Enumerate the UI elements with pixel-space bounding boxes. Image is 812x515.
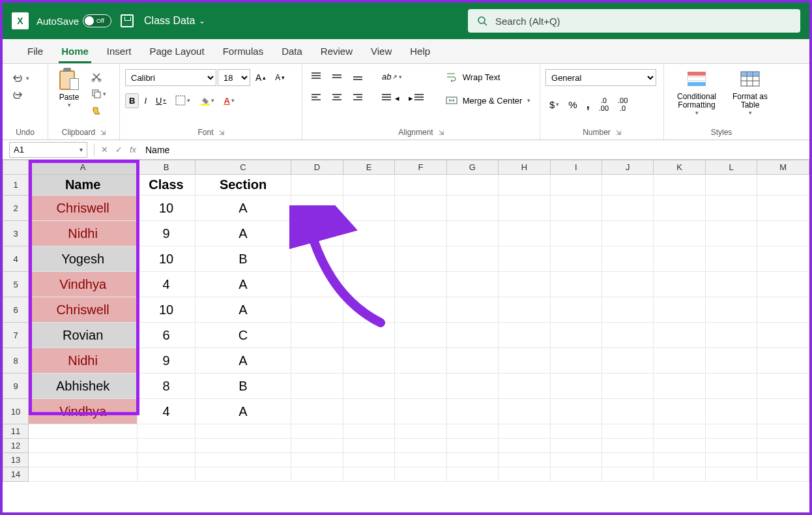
cell-M9[interactable] xyxy=(757,374,809,399)
cell-M3[interactable] xyxy=(757,221,809,246)
cell-M8[interactable] xyxy=(757,348,809,374)
cell-J6[interactable] xyxy=(602,297,654,323)
cell-A3[interactable]: Nidhi xyxy=(29,221,138,246)
row-header-14[interactable]: 14 xyxy=(3,467,29,482)
cell-H7[interactable] xyxy=(499,323,551,348)
cell-B5[interactable]: 4 xyxy=(138,272,196,297)
cell-I10[interactable] xyxy=(550,399,602,424)
cell-K14[interactable] xyxy=(654,467,705,482)
cell-E5[interactable] xyxy=(343,272,394,297)
cell-I1[interactable] xyxy=(550,175,602,196)
number-format-select[interactable]: General xyxy=(545,69,656,86)
cell-I8[interactable] xyxy=(550,348,602,374)
cell-C12[interactable] xyxy=(195,439,291,453)
cell-D13[interactable] xyxy=(291,453,343,467)
cell-L9[interactable] xyxy=(705,374,757,399)
wrap-text-button[interactable]: Wrap Text xyxy=(442,69,534,85)
font-color-button[interactable]: A▾ xyxy=(220,93,238,108)
cell-A6[interactable]: Chriswell xyxy=(29,297,138,323)
cell-M14[interactable] xyxy=(757,467,809,482)
cell-H10[interactable] xyxy=(499,399,551,424)
font-launcher[interactable]: ⇲ xyxy=(219,129,224,136)
copy-button[interactable]: ▾ xyxy=(87,86,110,102)
cell-J7[interactable] xyxy=(602,323,654,348)
cell-L7[interactable] xyxy=(705,323,757,348)
col-header-K[interactable]: K xyxy=(654,160,705,175)
cell-D2[interactable] xyxy=(291,196,343,221)
cell-F2[interactable] xyxy=(395,196,446,221)
search-box[interactable]: Search (Alt+Q) xyxy=(468,9,800,33)
percent-button[interactable]: % xyxy=(564,96,581,113)
row-header-10[interactable]: 10 xyxy=(3,399,29,424)
cell-H11[interactable] xyxy=(499,424,551,439)
cell-B3[interactable]: 9 xyxy=(138,221,196,246)
cell-C4[interactable]: B xyxy=(195,246,291,272)
cell-H4[interactable] xyxy=(499,246,551,272)
cell-M7[interactable] xyxy=(757,323,809,348)
align-center-button[interactable] xyxy=(328,91,348,106)
cell-J3[interactable] xyxy=(602,221,654,246)
row-header-13[interactable]: 13 xyxy=(3,453,29,467)
col-header-M[interactable]: M xyxy=(757,160,809,175)
formula-input[interactable] xyxy=(140,142,809,158)
cell-H12[interactable] xyxy=(499,439,551,453)
cancel-formula-button[interactable]: ✕ xyxy=(97,145,111,154)
cell-M1[interactable] xyxy=(757,175,809,196)
cell-L6[interactable] xyxy=(705,297,757,323)
cell-I11[interactable] xyxy=(550,424,602,439)
cell-J1[interactable] xyxy=(602,175,654,196)
cell-I4[interactable] xyxy=(550,246,602,272)
cell-D4[interactable] xyxy=(291,246,343,272)
cell-G14[interactable] xyxy=(446,467,499,482)
cell-A8[interactable]: Nidhi xyxy=(29,348,138,374)
cell-A1[interactable]: Name xyxy=(29,175,138,196)
cell-G2[interactable] xyxy=(446,196,499,221)
decrease-font-button[interactable]: A▾ xyxy=(271,70,289,85)
cell-A7[interactable]: Rovian xyxy=(29,323,138,348)
cell-H1[interactable] xyxy=(499,175,551,196)
cell-G6[interactable] xyxy=(446,297,499,323)
italic-button[interactable]: I xyxy=(140,93,151,108)
cell-E9[interactable] xyxy=(343,374,394,399)
cell-A2[interactable]: Chriswell xyxy=(29,196,138,221)
row-header-8[interactable]: 8 xyxy=(3,348,29,374)
cell-A5[interactable]: Vindhya xyxy=(29,272,138,297)
cell-K13[interactable] xyxy=(654,453,705,467)
cell-F10[interactable] xyxy=(395,399,446,424)
cell-C2[interactable]: A xyxy=(195,196,291,221)
cell-B1[interactable]: Class xyxy=(138,175,196,196)
cell-E11[interactable] xyxy=(343,424,394,439)
cell-C3[interactable]: A xyxy=(195,221,291,246)
cell-J5[interactable] xyxy=(602,272,654,297)
cell-A12[interactable] xyxy=(29,439,138,453)
cell-F5[interactable] xyxy=(395,272,446,297)
cell-I12[interactable] xyxy=(550,439,602,453)
row-header-3[interactable]: 3 xyxy=(3,221,29,246)
row-header-4[interactable]: 4 xyxy=(3,246,29,272)
tab-home[interactable]: Home xyxy=(52,39,98,63)
cell-L8[interactable] xyxy=(705,348,757,374)
cell-D7[interactable] xyxy=(291,323,343,348)
cell-K2[interactable] xyxy=(654,196,705,221)
cell-D14[interactable] xyxy=(291,467,343,482)
cell-I13[interactable] xyxy=(550,453,602,467)
cell-E7[interactable] xyxy=(343,323,394,348)
cell-D6[interactable] xyxy=(291,297,343,323)
cell-B12[interactable] xyxy=(138,439,196,453)
autosave-toggle[interactable]: Off xyxy=(83,14,111,27)
row-header-5[interactable]: 5 xyxy=(3,272,29,297)
cell-D12[interactable] xyxy=(291,439,343,453)
row-header-11[interactable]: 11 xyxy=(3,424,29,439)
cell-F14[interactable] xyxy=(395,467,446,482)
cell-L4[interactable] xyxy=(705,246,757,272)
cell-M10[interactable] xyxy=(757,399,809,424)
cell-F3[interactable] xyxy=(395,221,446,246)
cell-D3[interactable] xyxy=(291,221,343,246)
tab-review[interactable]: Review xyxy=(312,39,362,63)
cell-B4[interactable]: 10 xyxy=(138,246,196,272)
cell-E8[interactable] xyxy=(343,348,394,374)
cell-B11[interactable] xyxy=(138,424,196,439)
tab-page-layout[interactable]: Page Layout xyxy=(140,39,213,63)
cell-L1[interactable] xyxy=(705,175,757,196)
cell-F9[interactable] xyxy=(395,374,446,399)
